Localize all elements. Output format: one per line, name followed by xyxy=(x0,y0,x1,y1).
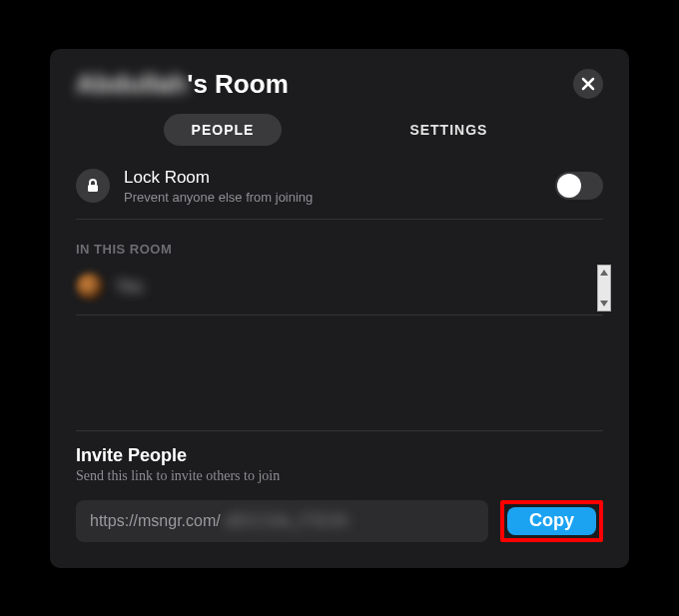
in-this-room-header: IN THIS ROOM xyxy=(76,242,603,257)
invite-link-suffix: aB1C2de_F3G4h xyxy=(225,512,349,530)
avatar xyxy=(76,273,104,301)
participant-list: You xyxy=(76,265,603,321)
lock-text: Lock Room Prevent anyone else from joini… xyxy=(124,168,541,205)
participant-name: You xyxy=(116,278,143,296)
svg-rect-0 xyxy=(88,185,98,192)
list-item[interactable]: You xyxy=(76,265,603,315)
lock-toggle[interactable] xyxy=(555,172,603,200)
tab-bar: PEOPLE SETTINGS xyxy=(76,114,603,146)
room-settings-modal: Abdullah 's Room PEOPLE SETTINGS Lock Ro… xyxy=(50,49,629,568)
lock-subtitle: Prevent anyone else from joining xyxy=(124,190,541,205)
invite-link-field[interactable]: https://msngr.com/ aB1C2de_F3G4h xyxy=(76,500,488,542)
modal-header: Abdullah 's Room xyxy=(76,69,603,100)
room-owner-name: Abdullah xyxy=(76,69,187,100)
scroll-up-icon[interactable] xyxy=(598,266,610,280)
invite-subtitle: Send this link to invite others to join xyxy=(76,468,603,484)
scroll-down-icon[interactable] xyxy=(598,297,610,310)
room-title: Abdullah 's Room xyxy=(76,69,289,100)
copy-button-highlight: Copy xyxy=(500,500,603,542)
invite-section: Invite People Send this link to invite o… xyxy=(76,430,603,542)
lock-icon xyxy=(76,169,110,203)
tab-settings[interactable]: SETTINGS xyxy=(381,114,515,146)
copy-button[interactable]: Copy xyxy=(507,507,596,535)
close-icon xyxy=(581,77,595,91)
toggle-knob xyxy=(557,174,581,198)
invite-title: Invite People xyxy=(76,445,603,466)
room-title-suffix: 's Room xyxy=(187,69,289,100)
tab-people[interactable]: PEOPLE xyxy=(164,114,283,146)
close-button[interactable] xyxy=(573,69,603,99)
invite-row: https://msngr.com/ aB1C2de_F3G4h Copy xyxy=(76,500,603,542)
lock-title: Lock Room xyxy=(124,168,541,188)
scrollbar[interactable] xyxy=(597,265,611,311)
invite-link-prefix: https://msngr.com/ xyxy=(90,512,221,530)
lock-room-row: Lock Room Prevent anyone else from joini… xyxy=(76,168,603,220)
